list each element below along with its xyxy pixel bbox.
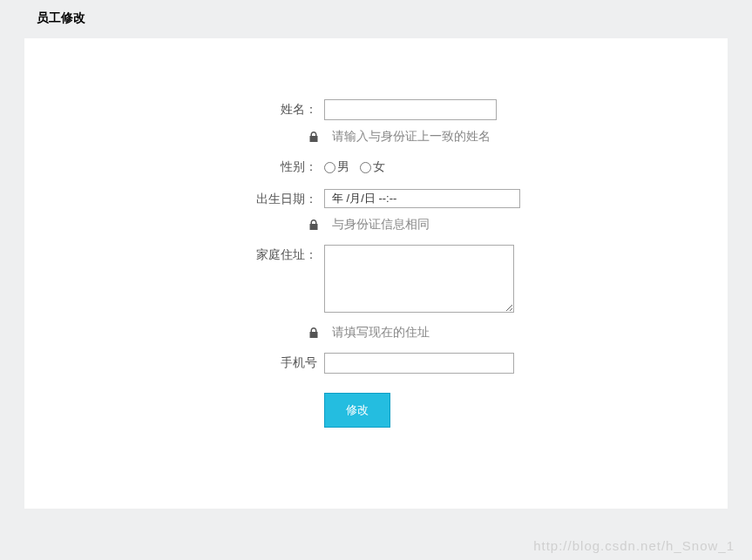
gender-female-radio[interactable]: [360, 162, 371, 173]
address-row: 家庭住址：: [24, 245, 728, 316]
watermark: http://blog.csdn.net/h_Snow_1: [533, 538, 735, 553]
gender-female-label: 女: [373, 159, 385, 175]
birthdate-hint-row: 与身份证信息相同: [24, 217, 728, 233]
address-hint-row: 请填写现在的住址: [24, 325, 728, 341]
gender-label: 性别：: [247, 157, 317, 175]
address-input[interactable]: [324, 245, 514, 313]
gender-male-option[interactable]: 男: [324, 159, 349, 175]
address-label: 家庭住址：: [247, 245, 317, 263]
phone-row: 手机号: [24, 353, 728, 374]
phone-input[interactable]: [324, 353, 514, 374]
lock-icon: [308, 219, 320, 231]
phone-label: 手机号: [247, 353, 317, 371]
lock-icon: [308, 131, 320, 143]
birthdate-hint: 与身份证信息相同: [332, 217, 430, 233]
gender-female-option[interactable]: 女: [360, 159, 385, 175]
gender-row: 性别： 男 女: [24, 157, 728, 175]
lock-icon: [308, 327, 320, 339]
birthdate-row: 出生日期：: [24, 189, 728, 208]
page-title: 员工修改: [0, 0, 752, 38]
submit-row: 修改: [24, 393, 728, 428]
name-label: 姓名：: [247, 99, 317, 118]
gender-male-radio[interactable]: [324, 162, 335, 173]
birthdate-label: 出生日期：: [247, 189, 317, 207]
name-hint: 请输入与身份证上一致的姓名: [332, 129, 491, 145]
name-row: 姓名：: [24, 99, 728, 120]
submit-button[interactable]: 修改: [324, 393, 390, 428]
name-hint-row: 请输入与身份证上一致的姓名: [24, 129, 728, 145]
address-hint: 请填写现在的住址: [332, 325, 430, 341]
name-input[interactable]: [324, 99, 497, 120]
form-panel: 姓名： 请输入与身份证上一致的姓名 性别： 男 女: [24, 38, 728, 509]
gender-male-label: 男: [337, 159, 349, 175]
birthdate-input[interactable]: [324, 189, 520, 208]
